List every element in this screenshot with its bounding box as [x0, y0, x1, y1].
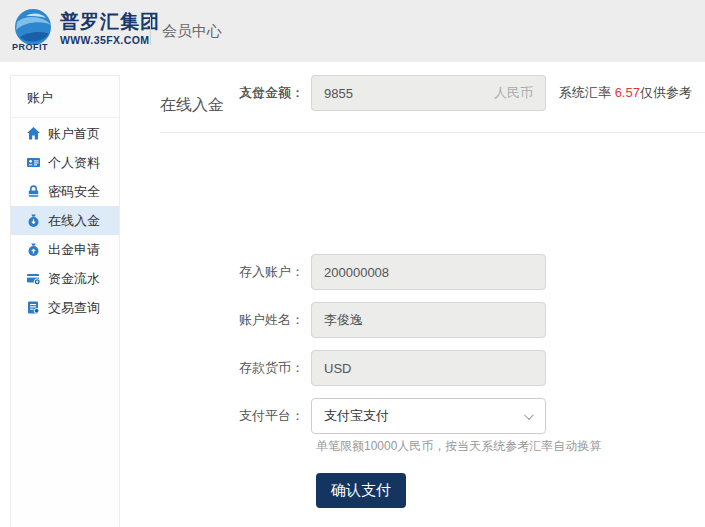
sidebar-item-label: 资金流水 [48, 270, 100, 288]
funds-flow-icon [26, 271, 41, 286]
rate-value: 6.57 [615, 85, 640, 100]
title-divider [160, 132, 705, 133]
sidebar: 账户 账户首页个人资料密码安全在线入金出金申请资金流水交易查询 [10, 75, 120, 527]
transaction-query-icon [26, 300, 41, 315]
deposit-icon [26, 213, 41, 228]
withdraw-icon [26, 242, 41, 257]
form-row-payment-platform: 支付平台： 支付宝支付 [121, 398, 705, 434]
deposit-currency-field: USD [311, 350, 546, 386]
sidebar-item-label: 交易查询 [48, 299, 100, 317]
logo-wordmark: PROFIT [12, 42, 48, 52]
header: PROFIT 普罗汇集团 WWW.35FX.COM 会员中心 [0, 0, 705, 62]
member-center-title: 会员中心 [162, 22, 222, 41]
payment-amount-value: 9855 [324, 86, 353, 101]
sidebar-item-label: 出金申请 [48, 241, 100, 259]
payment-amount-unit: 人民币 [494, 84, 533, 102]
account-name-field: 李俊逸 [311, 302, 546, 338]
deposit-currency-label: 存款货币： [121, 359, 304, 377]
sidebar-item-账户首页[interactable]: 账户首页 [11, 119, 119, 148]
form-row-deposit-currency: 存款货币： USD [121, 350, 705, 386]
confirm-payment-button[interactable]: 确认支付 [316, 473, 406, 508]
account-name-value: 李俊逸 [324, 311, 363, 329]
brand-logo: PROFIT [12, 6, 58, 56]
sidebar-item-label: 密码安全 [48, 183, 100, 201]
deposit-currency-value: USD [324, 361, 351, 376]
exchange-rate-note: 系统汇率 6.57仅供参考 [559, 84, 692, 102]
account-name-label: 账户姓名： [121, 311, 304, 329]
lock-icon [26, 184, 41, 199]
sidebar-item-交易查询[interactable]: 交易查询 [11, 293, 119, 322]
sidebar-item-在线入金[interactable]: 在线入金 [11, 206, 119, 235]
rate-note-prefix: 系统汇率 [559, 85, 615, 100]
rate-note-suffix: 仅供参考 [640, 85, 692, 100]
sidebar-item-个人资料[interactable]: 个人资料 [11, 148, 119, 177]
header-divider [150, 17, 151, 45]
payment-platform-value: 支付宝支付 [324, 407, 389, 425]
payment-amount-label: 支付金额： [121, 84, 304, 102]
brand-block: 普罗汇集团 WWW.35FX.COM [60, 10, 160, 46]
id-card-icon [26, 155, 41, 170]
deposit-account-value: 200000008 [324, 265, 389, 280]
brand-url: WWW.35FX.COM [60, 34, 160, 46]
form-row-account-name: 账户姓名： 李俊逸 [121, 302, 705, 338]
home-icon [26, 126, 41, 141]
brand-name: 普罗汇集团 [60, 10, 160, 34]
member-center-page: PROFIT 普罗汇集团 WWW.35FX.COM 会员中心 账户 账户首页个人… [0, 0, 705, 527]
globe-icon [14, 8, 52, 46]
deposit-account-label: 存入账户： [121, 263, 304, 281]
sidebar-nav: 账户首页个人资料密码安全在线入金出金申请资金流水交易查询 [11, 118, 119, 322]
sidebar-item-label: 账户首页 [48, 125, 100, 143]
form-row-deposit-account: 存入账户： 200000008 [121, 254, 705, 290]
form-row-payment-amount: 支付金额： 9855 人民币 系统汇率 6.57仅供参考 [121, 75, 705, 111]
limit-helper-text: 单笔限额10000人民币，按当天系统参考汇率自动换算 [316, 438, 601, 455]
main-content: 在线入金 存入账户： 200000008 账户姓名： 李俊逸 存款货币： USD… [121, 75, 705, 527]
payment-platform-label: 支付平台： [121, 407, 304, 425]
sidebar-item-密码安全[interactable]: 密码安全 [11, 177, 119, 206]
sidebar-item-出金申请[interactable]: 出金申请 [11, 235, 119, 264]
payment-platform-select[interactable]: 支付宝支付 [311, 398, 546, 434]
sidebar-item-资金流水[interactable]: 资金流水 [11, 264, 119, 293]
chevron-down-icon [524, 410, 534, 420]
sidebar-item-label: 个人资料 [48, 154, 100, 172]
deposit-account-field: 200000008 [311, 254, 546, 290]
sidebar-group-title: 账户 [11, 76, 119, 118]
payment-amount-field: 9855 人民币 [311, 75, 546, 111]
sidebar-item-label: 在线入金 [48, 212, 100, 230]
